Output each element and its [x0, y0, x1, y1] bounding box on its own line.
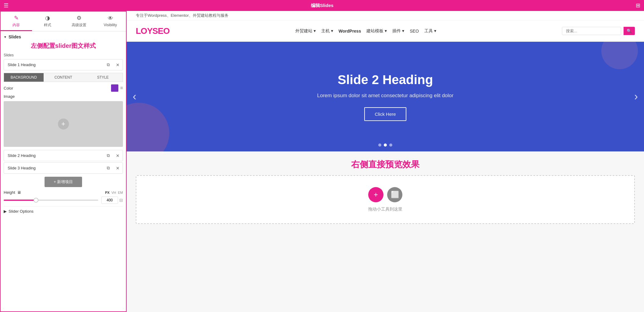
tab-content[interactable]: ✎ 内容 [1, 12, 32, 31]
image-add-icon[interactable]: + [58, 119, 69, 129]
height-unit-em[interactable]: EM [118, 191, 123, 194]
top-info-bar: 专注于Wordpress、Elementor、外贸建站教程与服务 [127, 11, 644, 20]
color-controls: ≡ [111, 84, 123, 92]
add-item-button[interactable]: + 新增项目 [45, 177, 82, 187]
height-label: Height 🖥 [4, 190, 21, 195]
height-value-box: ⊟ [101, 197, 123, 204]
slides-label: Slides [4, 53, 123, 57]
image-row: Image [4, 94, 123, 99]
slider-dots [378, 144, 392, 147]
content-tab-icon: ✎ [14, 15, 19, 21]
height-responsive-icon[interactable]: 🖥 [17, 190, 21, 195]
nav-item-4[interactable]: 插件 ▾ [392, 28, 404, 34]
image-label: Image [4, 94, 15, 99]
advanced-tab-icon: ⚙ [77, 15, 81, 21]
nav-item-1[interactable]: 主机 ▾ [321, 28, 333, 34]
hero-content: Slide 2 Heading Lorem ipsum dolor sit am… [317, 73, 454, 121]
top-bar-title: 编辑Slides [311, 3, 333, 9]
drop-zone-icons: + ⬜ [368, 187, 402, 202]
search-area: 🔍 [562, 27, 635, 35]
website-header: LOYSEO 外贸建站 ▾ 主机 ▾ WordPress 建站模板 ▾ 插件 ▾… [127, 20, 644, 42]
section-collapse-arrow[interactable]: ▼ [4, 35, 7, 39]
dot-3[interactable] [389, 144, 392, 147]
tab-bar: ✎ 内容 ◑ 样式 ⚙ 高级设置 👁 Visibility [1, 12, 126, 31]
color-swatch[interactable] [111, 84, 118, 92]
tab-advanced-label: 高级设置 [72, 23, 86, 28]
nav-item-6[interactable]: 工具 ▾ [424, 28, 436, 34]
nav-item-0[interactable]: 外贸建站 ▾ [295, 28, 316, 34]
height-clear-btn[interactable]: ⊟ [119, 198, 123, 203]
slide-2-actions: ⧉ ✕ [104, 151, 123, 161]
hero-cta-button[interactable]: Click Here [364, 107, 406, 121]
site-logo: LOYSEO [136, 26, 170, 36]
nav-menu: 外贸建站 ▾ 主机 ▾ WordPress 建站模板 ▾ 插件 ▾ SEO 工具… [295, 28, 436, 34]
slide-3-duplicate-btn[interactable]: ⧉ [104, 163, 113, 173]
slider-options-arrow: ▶ [4, 209, 7, 214]
slide-2-duplicate-btn[interactable]: ⧉ [104, 151, 113, 161]
slide-3-label: Slide 3 Heading [4, 163, 104, 173]
slider-next-btn[interactable]: › [634, 90, 638, 103]
color-options-icon[interactable]: ≡ [120, 85, 123, 91]
tab-content-label: 内容 [13, 23, 20, 28]
sub-tab-style[interactable]: STYLE [83, 73, 123, 82]
slide-2-delete-btn[interactable]: ✕ [113, 151, 123, 161]
slide-3-delete-btn[interactable]: ✕ [113, 163, 123, 173]
drop-zone[interactable]: + ⬜ 拖动小工具到这里 [136, 175, 635, 224]
tab-advanced[interactable]: ⚙ 高级设置 [63, 12, 95, 31]
hero-slider: ‹ Slide 2 Heading Lorem ipsum dolor sit … [127, 42, 644, 151]
tab-style[interactable]: ◑ 样式 [32, 12, 63, 31]
image-upload-area[interactable]: + [4, 101, 123, 147]
hero-heading: Slide 2 Heading [317, 73, 454, 87]
height-unit-vh[interactable]: VH [111, 191, 116, 194]
slide-3-actions: ⧉ ✕ [104, 163, 123, 173]
visibility-tab-icon: 👁 [108, 15, 113, 22]
slide-sub-tabs: BACKGROUND CONTENT STYLE [4, 73, 123, 82]
logo-text: LOY [136, 26, 153, 36]
slide-1-duplicate-btn[interactable]: ⧉ [104, 60, 113, 70]
dot-1[interactable] [378, 144, 381, 147]
main-layout: ✎ 内容 ◑ 样式 ⚙ 高级设置 👁 Visibility ▼ Slides [0, 11, 644, 312]
slide-2-label: Slide 2 Heading [4, 150, 104, 161]
slide-1-delete-btn[interactable]: ✕ [113, 60, 123, 70]
slide-item-1: Slide 1 Heading ⧉ ✕ [4, 59, 123, 70]
right-panel: 专注于Wordpress、Elementor、外贸建站教程与服务 LOYSEO … [127, 11, 644, 312]
sub-tab-background[interactable]: BACKGROUND [4, 73, 44, 82]
slider-row: ⊟ [4, 197, 123, 204]
tab-visibility[interactable]: 👁 Visibility [95, 12, 126, 31]
search-button[interactable]: 🔍 [624, 27, 635, 35]
sub-tab-content[interactable]: CONTENT [44, 73, 83, 82]
widget-drag-icon[interactable]: ⬜ [387, 187, 402, 202]
add-widget-icon[interactable]: + [368, 187, 383, 202]
info-bar-text: 专注于Wordpress、Elementor、外贸建站教程与服务 [136, 13, 228, 18]
slider-prev-btn[interactable]: ‹ [133, 90, 136, 103]
deco-circle-left [127, 103, 169, 151]
section-header: ▼ Slides [4, 34, 123, 39]
nav-item-3[interactable]: 建站模板 ▾ [366, 28, 387, 34]
nav-item-5[interactable]: SEO [410, 29, 419, 34]
drop-zone-label: 拖动小工具到这里 [368, 207, 402, 212]
color-row: Color ≡ [4, 84, 123, 92]
search-input[interactable] [562, 27, 621, 35]
left-annotation: 左侧配置slider图文样式 [4, 42, 123, 50]
color-label: Color [4, 86, 13, 90]
panel-content: ▼ Slides 左侧配置slider图文样式 Slides Slide 1 H… [1, 31, 126, 311]
slide-item-2: Slide 2 Heading ⧉ ✕ [4, 150, 123, 161]
menu-icon[interactable]: ☰ [4, 2, 9, 9]
height-section: Height 🖥 PX VH EM ⊟ [4, 190, 123, 204]
left-panel: ✎ 内容 ◑ 样式 ⚙ 高级设置 👁 Visibility ▼ Slides [0, 11, 127, 312]
height-unit-px[interactable]: PX [105, 191, 110, 194]
tab-visibility-label: Visibility [104, 23, 117, 27]
slider-options-label: Slider Options [9, 209, 34, 214]
slider-options-row[interactable]: ▶ Slider Options [4, 206, 123, 216]
right-annotation: 右侧直接预览效果 [127, 151, 644, 175]
slide-1-label: Slide 1 Heading [4, 59, 104, 70]
height-value-input[interactable] [101, 197, 118, 204]
nav-item-2[interactable]: WordPress [339, 29, 361, 34]
slide-1-actions: ⧉ ✕ [104, 60, 123, 70]
height-units: PX VH EM [105, 191, 123, 194]
slide-item-3: Slide 3 Heading ⧉ ✕ [4, 162, 123, 174]
style-tab-icon: ◑ [45, 15, 50, 21]
dot-2[interactable] [384, 144, 387, 147]
height-range-slider[interactable] [4, 200, 98, 201]
grid-icon[interactable]: ⊞ [636, 2, 640, 9]
